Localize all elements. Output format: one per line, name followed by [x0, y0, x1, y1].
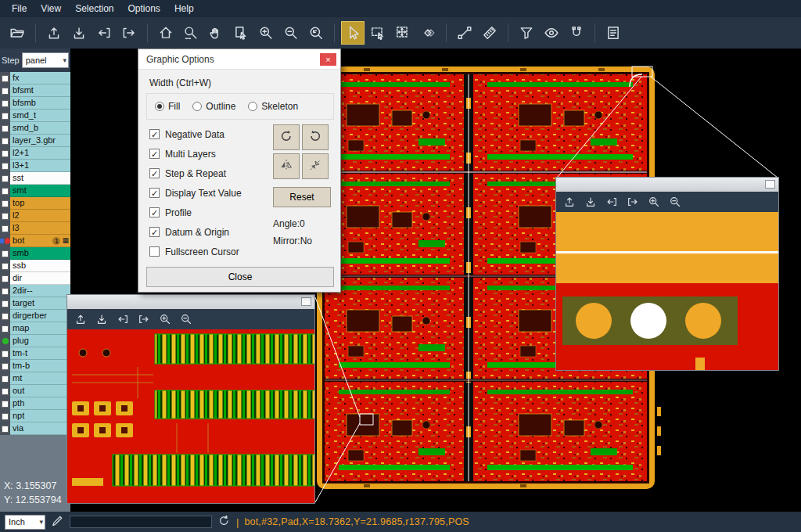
magnifier-window-2[interactable] — [555, 177, 779, 371]
layer-label-cell[interactable]: mt — [10, 372, 70, 385]
layer-visibility-cell[interactable] — [0, 310, 10, 322]
layer-row-bfsmt[interactable]: bfsmt — [0, 84, 70, 97]
layer-row-l3[interactable]: l3 — [0, 222, 70, 235]
menu-selection[interactable]: Selection — [68, 0, 120, 17]
layer-checkbox[interactable] — [2, 263, 9, 270]
layer-row-out[interactable]: out — [0, 385, 70, 397]
layer-label-cell[interactable]: npt — [10, 410, 70, 422]
layer-row-dir[interactable]: dir — [0, 272, 70, 285]
layer-checkbox[interactable] — [2, 401, 9, 408]
layer-row-pth[interactable]: pth — [0, 397, 70, 410]
layer-checkbox[interactable] — [2, 88, 9, 95]
mag-tool-tray-right-button[interactable] — [135, 311, 153, 328]
mag-tool-tray-up-button[interactable] — [560, 193, 579, 210]
layer-row-mt[interactable]: mt — [0, 372, 70, 385]
layer-visibility-cell[interactable] — [0, 97, 10, 110]
layer-row-target[interactable]: target — [0, 297, 70, 310]
tool-tray-left-button[interactable] — [92, 21, 116, 45]
mag-tool-tray-down-button[interactable] — [581, 193, 600, 210]
layer-visibility-cell[interactable] — [0, 247, 10, 260]
unit-select[interactable]: Inch ▾ — [5, 515, 45, 530]
layer-row-l2+1[interactable]: l2+1 — [0, 147, 70, 160]
layer-checkbox[interactable] — [2, 225, 9, 232]
layer-visibility-cell[interactable] — [0, 347, 10, 360]
layer-label-cell[interactable]: tm-t — [10, 347, 70, 360]
layer-visibility-cell[interactable] — [0, 84, 10, 97]
layer-row-bfsmb[interactable]: bfsmb — [0, 97, 70, 110]
command-input[interactable] — [70, 516, 212, 528]
tool-pan-hand-button[interactable] — [204, 21, 228, 45]
layer-visibility-cell[interactable] — [0, 222, 10, 235]
layer-row-tm-t[interactable]: tm-t — [0, 347, 70, 360]
draw-profile-button[interactable] — [51, 514, 64, 530]
tool-pointer-button[interactable] — [341, 21, 365, 45]
layer-visibility-cell[interactable] — [0, 410, 10, 422]
tool-zoom-previous-button[interactable] — [304, 21, 328, 45]
mag-tool-tray-right-button[interactable] — [623, 193, 642, 210]
layer-checkbox[interactable] — [2, 200, 9, 207]
layer-visibility-cell[interactable] — [0, 272, 10, 285]
menu-view[interactable]: View — [34, 0, 68, 17]
layer-row-ssb[interactable]: ssb — [0, 260, 70, 272]
checkbox-multi-layers[interactable]: ✓Multi Layers — [149, 144, 267, 164]
layer-label-cell[interactable]: bfsmt — [10, 84, 70, 97]
mag-tool-zoom-out-button[interactable] — [177, 311, 196, 328]
layer-checkbox[interactable] — [2, 250, 9, 257]
rotate-ccw-button[interactable] — [302, 124, 329, 150]
layer-checkbox[interactable] — [2, 275, 9, 282]
reset-button[interactable]: Reset — [273, 187, 331, 207]
layer-checkbox[interactable] — [2, 163, 9, 170]
layer-row-plug[interactable]: plug — [0, 335, 70, 347]
layer-checkbox[interactable] — [2, 426, 9, 433]
layer-label-cell[interactable]: smd_b — [10, 122, 70, 135]
layer-label-cell[interactable]: out — [10, 385, 70, 397]
layer-checkbox[interactable] — [2, 288, 9, 295]
layer-visibility-cell[interactable] — [0, 397, 10, 410]
checkbox-fullscreen-cursor[interactable]: Fullscreen Cursor — [149, 242, 267, 261]
window-control-box[interactable] — [765, 180, 775, 189]
checkbox-negative-data[interactable]: ✓Negative Data — [149, 124, 267, 144]
layer-label-cell[interactable]: fx — [10, 72, 70, 84]
layer-row-via[interactable]: via — [0, 422, 70, 435]
step-select[interactable]: panel ▾ — [22, 52, 69, 68]
tool-zoom-out-button[interactable] — [279, 21, 303, 45]
layer-checkbox[interactable] — [2, 213, 9, 220]
layer-label-cell[interactable]: l2 — [10, 210, 70, 222]
checkbox-datum-origin[interactable]: ✓Datum & Origin — [149, 222, 267, 242]
window-control-box[interactable] — [301, 297, 311, 306]
layer-checkbox[interactable] — [2, 363, 9, 370]
layer-visibility-cell[interactable] — [0, 110, 10, 122]
layer-checkbox[interactable] — [2, 113, 9, 120]
layer-label-cell[interactable]: l3+1 — [10, 160, 70, 172]
refresh-button[interactable] — [217, 514, 231, 530]
layer-visibility-cell[interactable] — [0, 322, 10, 335]
layer-label-cell[interactable]: dirgerber — [10, 310, 70, 322]
layer-checkbox[interactable] — [2, 175, 9, 182]
layer-visibility-cell[interactable] — [0, 235, 10, 247]
layer-label-cell[interactable]: tm-b — [10, 360, 70, 372]
tool-transform-select-button[interactable] — [391, 21, 415, 45]
tool-compare-button[interactable] — [416, 21, 440, 45]
checkbox-display-text-value[interactable]: ✓Display Text Value — [149, 183, 267, 203]
layer-row-l2[interactable]: l2 — [0, 210, 70, 222]
checkbox-step-repeat[interactable]: ✓Step & Repeat — [149, 164, 267, 183]
tool-eye-button[interactable] — [540, 21, 563, 45]
layer-row-npt[interactable]: npt — [0, 410, 70, 422]
dialog-close-button[interactable]: × — [320, 53, 336, 66]
menu-file[interactable]: File — [5, 0, 34, 17]
layer-visibility-cell[interactable] — [0, 210, 10, 222]
checkbox-profile[interactable]: ✓Profile — [149, 203, 267, 222]
tool-home-button[interactable] — [154, 21, 178, 45]
layer-visibility-cell[interactable] — [0, 372, 10, 385]
layer-visibility-cell[interactable] — [0, 172, 10, 185]
layer-row-smd_t[interactable]: smd_t — [0, 110, 70, 122]
layer-checkbox[interactable] — [2, 413, 9, 420]
layer-visibility-cell[interactable] — [0, 297, 10, 310]
layer-visibility-cell[interactable] — [0, 135, 10, 147]
layer-row-tm-b[interactable]: tm-b — [0, 360, 70, 372]
layer-label-cell[interactable]: 2dir-- — [10, 285, 70, 297]
layer-checkbox[interactable] — [2, 376, 9, 383]
tool-filter-button[interactable] — [515, 21, 538, 45]
layer-checkbox[interactable] — [2, 150, 9, 157]
layer-row-bot[interactable]: bot1▦ — [0, 235, 70, 247]
